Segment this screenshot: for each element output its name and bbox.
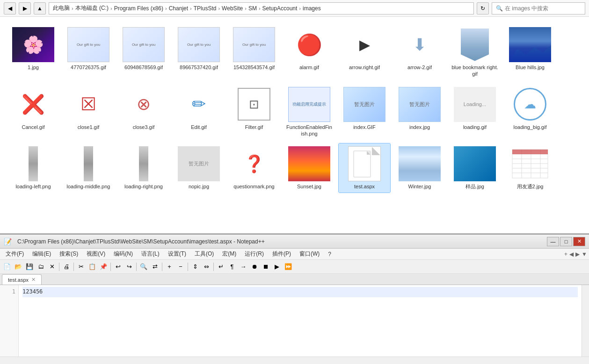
toolbar-word-wrap[interactable]: ↵ [216,262,226,272]
toolbar-redo[interactable]: ↪ [124,262,134,272]
toolbar-all-chars[interactable]: ¶ [227,262,237,272]
list-item[interactable]: Our gift to you 89667537420.gif [173,24,225,80]
breadcrumb-part-2[interactable]: Program Files (x86) [114,5,163,12]
close-button[interactable]: ✕ [573,237,585,246]
toolbar-zoom-out[interactable]: − [175,262,186,272]
toolbar-macro-run[interactable]: ⏩ [283,262,293,272]
menu-settings[interactable]: 设置(T) [164,249,190,259]
menu-tools[interactable]: 工具(O) [191,249,218,259]
npp-window-controls: — □ ✕ [547,237,585,246]
tab-scroll-left[interactable]: ◀ [569,251,574,257]
list-item[interactable]: ⬇ arrow-2.gif [394,24,445,80]
list-item[interactable]: loading-middle.png [63,143,114,193]
toolbar-undo[interactable]: ↩ [113,262,123,272]
tab-scroll-add[interactable]: + [564,251,567,257]
breadcrumb-part-0[interactable]: 此电脑 [53,4,70,12]
minimize-button[interactable]: — [547,237,559,246]
list-item[interactable]: loading-right.png [118,143,169,193]
menu-view[interactable]: 视图(V) [83,249,109,259]
breadcrumb-part-5[interactable]: WebSite [222,5,243,12]
list-item[interactable]: loading-left.png [7,143,59,193]
list-item[interactable]: ❌ Cancel.gif [7,84,59,140]
menu-help[interactable]: ? [324,250,335,258]
list-item[interactable]: 暂无图片 index.GIF [339,84,390,140]
list-item[interactable]: Sunset.jpg [284,143,335,193]
nav-back-button[interactable]: ◀ [4,2,16,14]
vertical-scrollbar[interactable] [582,285,589,357]
list-item[interactable]: ☁ loading_big.gif [504,84,556,140]
menu-edit[interactable]: 编辑(E) [29,249,55,259]
list-item[interactable]: test.aspx [339,143,390,193]
search-input[interactable] [505,5,581,12]
toolbar-open[interactable]: 📂 [13,262,23,272]
search-box: 🔍 [492,2,585,14]
toolbar-sync-scroll-h[interactable]: ⇔ [201,262,211,272]
breadcrumb-part-4[interactable]: TPlusStd [194,5,217,12]
toolbar-cut[interactable]: ✂ [76,262,86,272]
list-item[interactable]: ☒ close1.gif [63,84,114,140]
list-item[interactable]: 🔴 alarm.gif [284,24,335,80]
toolbar-indent[interactable]: → [238,262,248,272]
editor-content[interactable]: 123456 [19,285,582,357]
file-thumbnail [454,27,496,62]
breadcrumb-part-6[interactable]: SM [248,5,257,12]
list-item[interactable]: Loading... loading.gif [449,84,501,140]
toolbar-new[interactable]: 📄 [2,262,12,272]
horizontal-scrollbar[interactable] [0,357,589,364]
toolbar-macro-stop[interactable]: ⏹ [261,262,271,272]
list-item[interactable]: blue bookmark right.gif [449,24,501,80]
tab-scroll-down[interactable]: ▼ [582,251,587,257]
toolbar-save-all[interactable]: 🗂 [36,262,46,272]
menu-search[interactable]: 搜索(S) [56,249,82,259]
menu-encoding[interactable]: 编码(N) [110,249,137,259]
list-item[interactable]: 暂无图片 nopic.jpg [173,143,225,193]
image-preview: ⬇ [399,27,441,62]
toolbar-close[interactable]: ✕ [47,262,57,272]
nav-forward-button[interactable]: ▶ [19,2,31,14]
nav-up-button[interactable]: ▲ [34,2,46,14]
toolbar-find[interactable]: 🔍 [138,262,149,272]
toolbar-macro-play[interactable]: ▶ [272,262,282,272]
toolbar-copy[interactable]: 📋 [87,262,97,272]
list-item[interactable]: 用友通2.jpg [504,143,556,193]
menu-language[interactable]: 语言(L) [138,249,163,259]
breadcrumb-part-3[interactable]: Chanjet [169,5,188,12]
tab-test-aspx[interactable]: test.aspx ✕ [2,274,42,285]
toolbar-paste[interactable]: 📌 [98,262,109,272]
menu-file[interactable]: 文件(F) [2,249,28,259]
breadcrumb[interactable]: 此电脑 › 本地磁盘 (C:) › Program Files (x86) › … [49,2,474,14]
list-item[interactable]: 暂无图片 index.jpg [394,84,445,140]
list-item[interactable]: ⊡ Filter.gif [228,84,280,140]
list-item[interactable]: 功能启用完成提示 FunctionEnabledFinish.png [284,84,335,140]
tab-scroll-right[interactable]: ▶ [575,251,580,257]
refresh-button[interactable]: ↻ [477,2,489,14]
image-preview: Our gift to you [123,27,165,62]
breadcrumb-part-8[interactable]: images [303,5,321,12]
toolbar-zoom-in[interactable]: + [164,262,175,272]
toolbar-sync-scroll-v[interactable]: ⇕ [190,262,200,272]
maximize-button[interactable]: □ [560,237,572,246]
list-item[interactable]: Winter.jpg [394,143,445,193]
menu-window[interactable]: 窗口(W) [296,249,323,259]
list-item[interactable]: Our gift to you 154328543574.gif [228,24,280,80]
toolbar-replace[interactable]: ⇄ [150,262,160,272]
list-item[interactable]: Blue hills.jpg [504,24,556,80]
toolbar-save[interactable]: 💾 [24,262,35,272]
list-item[interactable]: Our gift to you 60948678569.gif [118,24,169,80]
menu-plugins[interactable]: 插件(P) [269,249,295,259]
toolbar-print[interactable]: 🖨 [61,262,72,272]
menu-run[interactable]: 运行(R) [241,249,268,259]
list-item[interactable]: 样品.jpg [449,143,501,193]
list-item[interactable]: ❓ questionmark.png [228,143,280,193]
tab-close-icon[interactable]: ✕ [31,277,36,283]
list-item[interactable]: 1.jpg [7,24,59,80]
menu-macro[interactable]: 宏(M) [218,249,240,259]
breadcrumb-part-1[interactable]: 本地磁盘 (C:) [75,4,109,12]
list-item[interactable]: ✏ Edit.gif [173,84,225,140]
file-thumbnail [123,146,165,181]
breadcrumb-part-7[interactable]: SetupAccount [262,5,298,12]
toolbar-macro-rec[interactable]: ⏺ [249,262,260,272]
list-item[interactable]: ⊗ close3.gif [118,84,169,140]
list-item[interactable]: ▶ arrow.right.gif [339,24,390,80]
list-item[interactable]: Our gift to you 4770726375.gif [63,24,114,80]
